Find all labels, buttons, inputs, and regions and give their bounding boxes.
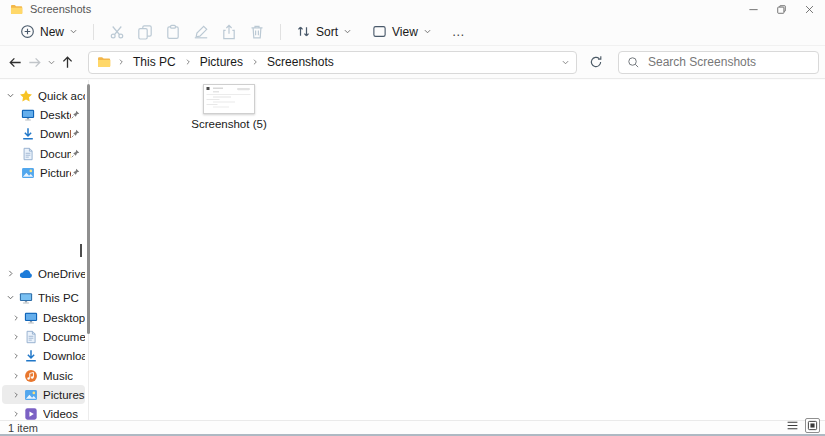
breadcrumb-separator-icon <box>251 58 259 66</box>
sidebar-item-label: Documents <box>40 148 71 160</box>
rename-button <box>187 21 215 43</box>
sidebar-item-label: Downloads <box>40 128 71 140</box>
pane-divider-handle[interactable] <box>80 244 82 257</box>
file-list-area[interactable]: Screenshot (5) <box>92 80 825 420</box>
breadcrumb-separator-icon <box>184 58 192 66</box>
chevron-down-icon[interactable] <box>4 293 16 302</box>
toolbar-separator <box>280 24 281 40</box>
large-icons-view-toggle[interactable] <box>805 418 820 433</box>
star-icon <box>19 89 33 103</box>
file-item-screenshot-5[interactable]: Screenshot (5) <box>198 84 260 130</box>
sidebar-item-pictures[interactable]: Pictures <box>2 163 85 182</box>
item-count-label: 1 item <box>0 422 38 434</box>
view-square-icon <box>372 24 387 39</box>
see-more-button[interactable]: … <box>446 24 472 39</box>
sidebar-item-label: Music <box>43 370 73 382</box>
document-icon <box>21 147 35 161</box>
sidebar-item-thispc-desktop[interactable]: Desktop <box>2 308 85 327</box>
chevron-down-icon <box>69 27 78 36</box>
sort-button[interactable]: Sort <box>290 21 358 42</box>
refresh-button[interactable] <box>586 51 606 73</box>
pictures-icon <box>21 166 35 180</box>
plus-circle-icon <box>20 24 35 39</box>
pictures-icon <box>24 388 38 402</box>
chevron-down-icon[interactable] <box>4 91 16 100</box>
sidebar-item-documents[interactable]: Documents <box>2 144 85 163</box>
sidebar-item-label: Pictures <box>40 167 71 179</box>
file-explorer-window: Screenshots New <box>0 0 825 436</box>
desktop-icon <box>24 311 38 325</box>
folder-icon <box>97 55 111 69</box>
chevron-right-icon[interactable] <box>10 352 22 360</box>
videos-icon <box>24 407 38 421</box>
toolbar-separator <box>93 24 94 40</box>
pin-icon <box>71 110 80 119</box>
restore-button[interactable] <box>776 4 787 15</box>
copy-button <box>131 21 159 43</box>
breadcrumb-item-pictures[interactable]: Pictures <box>198 54 245 70</box>
chevron-down-icon <box>343 27 352 36</box>
breadcrumb-item-this-pc[interactable]: This PC <box>131 54 178 70</box>
sidebar-item-thispc-music[interactable]: Music <box>2 366 85 385</box>
sidebar-item-this-pc[interactable]: This PC <box>2 288 85 307</box>
sort-button-label: Sort <box>316 25 338 39</box>
search-box[interactable] <box>618 51 819 74</box>
breadcrumb: This PC Pictures Screenshots <box>97 54 561 70</box>
close-button[interactable] <box>804 4 815 15</box>
cloud-icon <box>19 267 33 281</box>
sidebar-item-thispc-documents[interactable]: Documents <box>2 327 85 346</box>
sidebar-item-label: Desktop <box>43 312 85 324</box>
details-view-toggle[interactable] <box>786 419 799 432</box>
sidebar-section-quick-access[interactable]: Quick access <box>2 86 85 105</box>
document-icon <box>24 330 38 344</box>
chevron-right-icon[interactable] <box>10 314 22 322</box>
chevron-right-icon[interactable] <box>10 372 22 380</box>
sidebar-item-label: Videos <box>43 408 78 420</box>
navigation-bar: This PC Pictures Screenshots <box>0 45 825 79</box>
desktop-icon <box>21 108 35 122</box>
chevron-right-icon[interactable] <box>10 391 22 399</box>
back-button[interactable] <box>6 51 25 73</box>
recent-locations-chevron[interactable] <box>44 51 58 73</box>
sidebar-item-thispc-downloads[interactable]: Downloads <box>2 346 85 365</box>
sidebar-item-desktop[interactable]: Desktop <box>2 105 85 124</box>
breadcrumb-separator-icon <box>117 58 125 66</box>
address-dropdown-chevron[interactable] <box>561 58 570 67</box>
paste-button <box>159 21 187 43</box>
sidebar-item-label: OneDrive - Perso <box>38 268 85 280</box>
navigation-pane: Quick access Desktop Downloads <box>0 80 91 420</box>
status-bar: 1 item <box>0 420 825 434</box>
breadcrumb-item-screenshots[interactable]: Screenshots <box>265 54 336 70</box>
file-name-label: Screenshot (5) <box>191 118 266 130</box>
sidebar-item-downloads[interactable]: Downloads <box>2 124 85 143</box>
chevron-right-icon[interactable] <box>10 333 22 341</box>
share-button <box>215 21 243 43</box>
sidebar-item-label: This PC <box>38 292 79 304</box>
download-icon <box>21 127 35 141</box>
command-toolbar: New Sort <box>0 18 825 45</box>
search-input[interactable] <box>648 55 810 69</box>
pin-icon <box>71 129 80 138</box>
delete-button <box>243 21 271 43</box>
sidebar-item-onedrive[interactable]: OneDrive - Perso <box>2 264 85 283</box>
address-bar[interactable]: This PC Pictures Screenshots <box>88 51 577 74</box>
sidebar-item-label: Downloads <box>43 350 85 362</box>
cut-button <box>103 21 131 43</box>
pin-icon <box>71 149 80 158</box>
file-thumbnail <box>203 84 255 114</box>
sidebar-section-label: Quick access <box>38 90 85 102</box>
new-button[interactable]: New <box>14 21 84 42</box>
minimize-button[interactable] <box>748 4 759 15</box>
chevron-right-icon[interactable] <box>4 269 16 278</box>
view-button[interactable]: View <box>366 21 438 42</box>
up-button[interactable] <box>58 51 77 73</box>
sidebar-item-label: Documents <box>43 331 85 343</box>
forward-button <box>25 51 44 73</box>
pin-icon <box>71 168 80 177</box>
sidebar-item-thispc-pictures[interactable]: Pictures <box>2 385 85 404</box>
chevron-right-icon[interactable] <box>10 410 22 418</box>
titlebar: Screenshots <box>0 0 825 18</box>
folder-icon <box>10 3 23 16</box>
chevron-down-icon <box>423 27 432 36</box>
sidebar-scrollbar-thumb[interactable] <box>87 84 90 334</box>
